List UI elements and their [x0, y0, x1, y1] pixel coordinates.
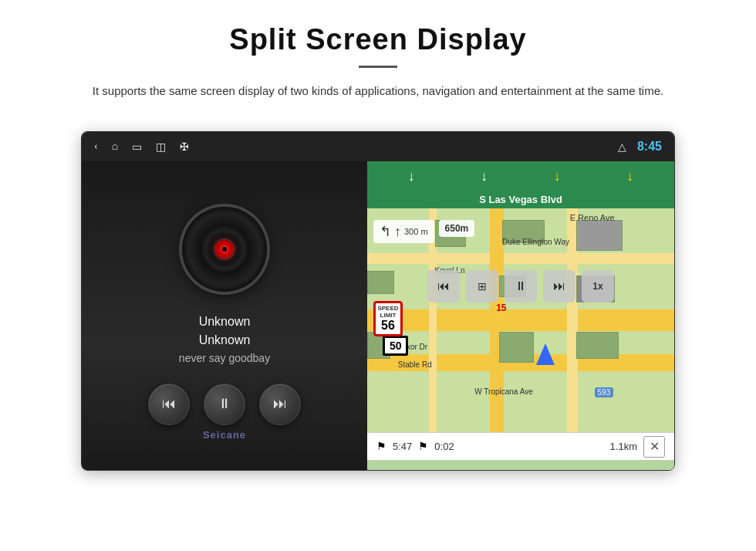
status-time: 8:45: [637, 140, 662, 154]
back-arrow-icon[interactable]: ‹: [94, 140, 98, 153]
next-button[interactable]: ⏭: [259, 384, 301, 425]
media-panel: Unknown Unknown never say goodbay ⏮ ⏸ ⏭ …: [82, 161, 367, 470]
building-3: [367, 271, 394, 294]
nav-pause-button[interactable]: ⏸: [505, 270, 537, 303]
speed-limit-sign: SPEEDLIMIT 56: [373, 301, 403, 336]
media-controls: ⏮ ⏸ ⏭: [148, 384, 301, 425]
nav-prev-button[interactable]: ⏮: [427, 270, 460, 303]
nav-next-button[interactable]: ⏭: [543, 270, 575, 303]
nav-street-name: S Las Vegas Blvd: [367, 191, 674, 208]
nav-direction-overlay: ↰ ↑ 300 m 650m: [373, 220, 474, 243]
usb-icon[interactable]: ✠: [180, 140, 189, 154]
status-right: △ 8:45: [618, 140, 662, 154]
speed-limit-label: SPEEDLIMIT: [377, 305, 399, 319]
nav-duration: 0:02: [434, 441, 454, 452]
nav-checkerboard: ⊞: [466, 270, 498, 303]
split-screen-demo: ‹ ⌂ ▭ ◫ ✠ △ 8:45 Unknown Unknown never s…: [81, 131, 675, 471]
nav-playback-overlay: ⏮ ⊞ ⏸ ⏭ 1x: [427, 270, 614, 303]
nav-speed-button[interactable]: 1x: [582, 270, 614, 303]
home-icon[interactable]: ⌂: [112, 140, 118, 153]
title-divider: [359, 66, 397, 68]
nav-arrow-3: ↓: [554, 168, 561, 184]
eject-icon[interactable]: △: [618, 140, 626, 154]
page-description: It supports the same screen display of t…: [62, 82, 694, 100]
status-bar: ‹ ⌂ ▭ ◫ ✠ △ 8:45: [82, 132, 674, 161]
map-label-593: 593: [595, 387, 614, 397]
track-title: Unknown: [179, 315, 270, 329]
page-title: Split Screen Display: [62, 23, 694, 56]
road-horizontal-2: [367, 253, 674, 264]
end-flag-icon: ⚑: [418, 440, 428, 453]
nav-position-indicator: [536, 343, 555, 365]
nav-side-distance: 650m: [439, 220, 475, 237]
road-horizontal-main: [367, 309, 674, 331]
building-5: [499, 332, 534, 363]
nav-arrow-4: ↓: [626, 168, 633, 184]
highway-50-sign: 50: [383, 336, 409, 356]
image-icon[interactable]: ◫: [156, 140, 166, 154]
apps-icon[interactable]: ▭: [132, 140, 142, 154]
nav-top-bar: ↓ ↓ ↓ ↓: [367, 161, 674, 191]
split-screen: Unknown Unknown never say goodbay ⏮ ⏸ ⏭ …: [82, 161, 674, 470]
nav-arrow-1: ↓: [408, 168, 415, 184]
track-artist: Unknown: [179, 333, 270, 347]
page-wrapper: Split Screen Display It supports the sam…: [0, 0, 756, 471]
start-flag-icon: ⚑: [376, 440, 386, 453]
nav-turn-box: ↰ ↑ 300 m: [373, 220, 434, 243]
nav-straight-icon: ↑: [394, 224, 401, 240]
nav-time: 5:47: [393, 441, 412, 452]
building-2: [502, 220, 545, 243]
building-7: [576, 220, 623, 251]
nav-close-button[interactable]: ✕: [643, 436, 665, 458]
nav-left-turn-icon: ↰: [380, 223, 391, 240]
nav-dist-label: 300 m: [404, 227, 428, 236]
nav-map: Koval Ln Duke Ellington Way Luxor Dr Sta…: [367, 208, 674, 432]
page-header: Split Screen Display It supports the sam…: [0, 0, 756, 116]
watermark: Seicane: [203, 429, 246, 441]
speed-limit-value: 56: [377, 319, 399, 333]
vinyl-record: [182, 207, 267, 292]
nav-remaining-dist: 1.1km: [610, 441, 637, 452]
nav-panel: ↓ ↓ ↓ ↓ S Las Vegas Blvd: [367, 161, 674, 470]
map-background: Koval Ln Duke Ellington Way Luxor Dr Sta…: [367, 208, 674, 432]
play-pause-button[interactable]: ⏸: [204, 384, 245, 425]
track-song: never say goodbay: [179, 352, 270, 364]
track-info: Unknown Unknown never say goodbay: [179, 315, 270, 364]
nav-arrow-2: ↓: [481, 168, 488, 184]
prev-button[interactable]: ⏮: [148, 384, 190, 425]
building-6: [576, 332, 619, 359]
nav-bottom-bar: ⚑ 5:47 ⚑ 0:02 1.1km ✕: [367, 432, 674, 460]
